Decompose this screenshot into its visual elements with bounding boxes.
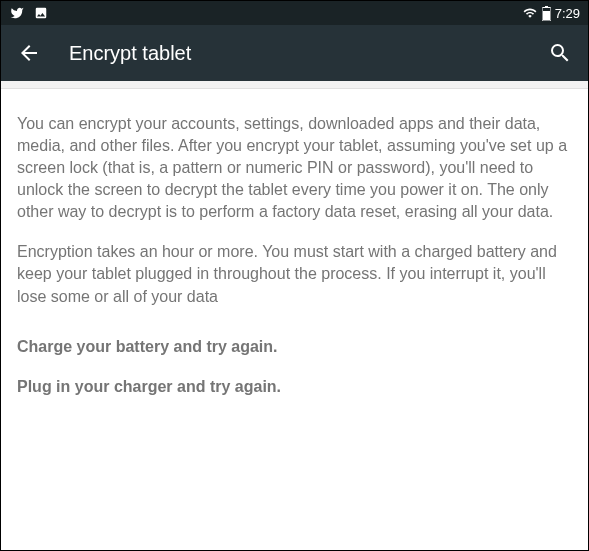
- status-bar-left: [9, 6, 49, 20]
- content-area: You can encrypt your accounts, settings,…: [1, 89, 588, 432]
- divider-strip: [1, 81, 588, 89]
- warning-charger: Plug in your charger and try again.: [17, 376, 572, 398]
- description-paragraph-1: You can encrypt your accounts, settings,…: [17, 113, 572, 223]
- page-title: Encrypt tablet: [69, 42, 520, 65]
- wifi-icon: [522, 6, 538, 20]
- back-button[interactable]: [17, 41, 41, 65]
- svg-rect-1: [545, 6, 548, 8]
- app-bar: Encrypt tablet: [1, 25, 588, 81]
- status-bar: 7:29: [1, 1, 588, 25]
- description-paragraph-2: Encryption takes an hour or more. You mu…: [17, 241, 572, 307]
- status-time: 7:29: [555, 6, 580, 21]
- svg-rect-2: [543, 11, 550, 20]
- status-bar-right: 7:29: [522, 6, 580, 21]
- image-icon: [33, 6, 49, 20]
- warning-battery: Charge your battery and try again.: [17, 336, 572, 358]
- search-button[interactable]: [548, 41, 572, 65]
- battery-icon: [542, 6, 551, 21]
- twitter-icon: [9, 6, 25, 20]
